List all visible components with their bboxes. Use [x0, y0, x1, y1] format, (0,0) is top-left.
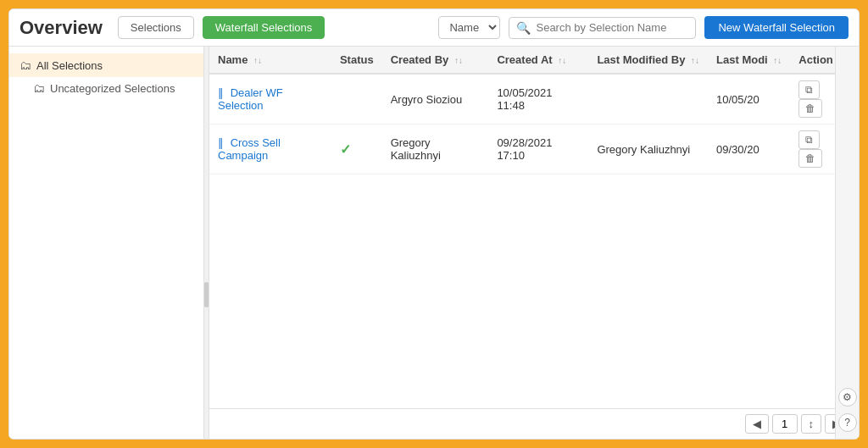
table-row: ‖ Dealer WF Selection Argyro Sioziou 10/… [209, 74, 859, 124]
search-input[interactable] [536, 21, 688, 34]
body-area: 🗂 All Selections 🗂 Uncategorized Selecti… [9, 47, 859, 439]
sidebar-item-uncategorized[interactable]: 🗂 Uncategorized Selections [9, 77, 203, 99]
gear-button[interactable]: ⚙ [838, 388, 857, 407]
cell-last-modified-0: 10/05/20 [708, 74, 790, 124]
sidebar-uncategorized-label: Uncategorized Selections [50, 82, 175, 95]
search-container: 🔍 [509, 17, 696, 39]
header: Overview Selections Waterfall Selections… [9, 9, 859, 47]
col-header-status: Status [331, 47, 382, 74]
col-header-created-by[interactable]: Created By ↑↓ [382, 47, 489, 74]
tab-waterfall-selections[interactable]: Waterfall Selections [203, 16, 325, 39]
page-number-input[interactable] [772, 414, 798, 434]
new-waterfall-selection-button[interactable]: New Waterfall Selection [704, 16, 849, 39]
folder-icon-sub: 🗂 [33, 81, 45, 95]
table-wrapper: Name ↑↓ Status Created By ↑↓ [209, 47, 859, 408]
cell-created-by-1: Gregory Kaliuzhnyi [382, 124, 489, 174]
created-by-sort-icon: ↑↓ [454, 56, 463, 65]
cell-status-0 [331, 74, 382, 124]
cell-last-modified-by-1: Gregory Kaliuzhnyi [588, 124, 708, 174]
sort-select[interactable]: Name [438, 16, 500, 39]
name-sort-icon: ↑↓ [253, 56, 262, 65]
cell-last-modified-by-0 [588, 74, 708, 124]
row-indicator-icon: ‖ [218, 86, 224, 99]
cell-last-modified-1: 09/30/20 [708, 124, 790, 174]
col-header-last-modi[interactable]: Last Modi ↑↓ [708, 47, 790, 74]
last-modified-by-sort-icon: ↑↓ [691, 56, 699, 65]
sidebar-scrollbar[interactable] [204, 47, 209, 439]
content-area: Name ↑↓ Status Created By ↑↓ [209, 47, 859, 439]
selection-name-link[interactable]: Cross Sell Campaign [218, 136, 281, 162]
last-modi-sort-icon: ↑↓ [773, 56, 782, 65]
help-button[interactable]: ? [838, 413, 857, 432]
table-header-row: Name ↑↓ Status Created By ↑↓ [209, 47, 859, 74]
col-header-created-at[interactable]: Created At ↑↓ [488, 47, 588, 74]
cell-created-at-1: 09/28/2021 17:10 [488, 124, 588, 174]
prev-page-button[interactable]: ◀ [745, 414, 769, 434]
delete-button-row-1[interactable]: 🗑 [798, 149, 822, 168]
copy-button-row-0[interactable]: ⧉ [798, 80, 820, 99]
status-check-icon: ✓ [340, 142, 351, 157]
cell-name-1: ‖ Cross Sell Campaign [209, 124, 331, 174]
page-up-down-button[interactable]: ↕ [801, 414, 822, 434]
cell-name-0: ‖ Dealer WF Selection [209, 74, 331, 124]
selections-table: Name ↑↓ Status Created By ↑↓ [209, 47, 859, 174]
copy-button-row-1[interactable]: ⧉ [798, 130, 820, 149]
folder-icon: 🗂 [19, 58, 31, 72]
created-at-sort-icon: ↑↓ [558, 56, 566, 65]
right-icons-panel: ⚙ ? [835, 47, 859, 439]
sidebar-scroll-thumb[interactable] [204, 282, 209, 307]
app-title: Overview [19, 17, 103, 39]
row-indicator-icon: ‖ [218, 136, 224, 149]
pagination-footer: ◀ ↕ ▶ [209, 408, 859, 439]
tab-selections[interactable]: Selections [118, 16, 194, 39]
delete-button-row-0[interactable]: 🗑 [798, 99, 822, 118]
sidebar-all-selections-label: All Selections [36, 59, 103, 72]
cell-created-at-0: 10/05/2021 11:48 [488, 74, 588, 124]
col-header-last-modified-by[interactable]: Last Modified By ↑↓ [588, 47, 708, 74]
col-header-name[interactable]: Name ↑↓ [209, 47, 331, 74]
cell-status-1: ✓ [331, 124, 382, 174]
table-row: ‖ Cross Sell Campaign ✓ Gregory Kaliuzhn… [209, 124, 859, 174]
search-icon: 🔍 [516, 21, 531, 35]
sidebar-item-all-selections[interactable]: 🗂 All Selections [9, 53, 203, 77]
sidebar: 🗂 All Selections 🗂 Uncategorized Selecti… [9, 47, 204, 439]
cell-created-by-0: Argyro Sioziou [382, 74, 489, 124]
selection-name-link[interactable]: Dealer WF Selection [218, 86, 283, 112]
